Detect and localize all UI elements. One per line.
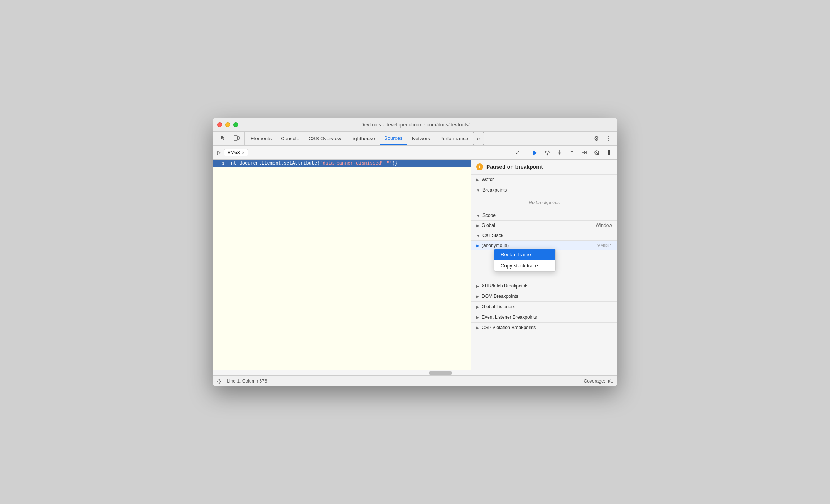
file-tab-name: VM63	[228, 150, 240, 155]
copy-stack-trace-menu-item[interactable]: Copy stack trace	[494, 260, 555, 271]
file-tab[interactable]: VM63 ×	[224, 149, 248, 156]
xhr-section-header[interactable]: ▶ XHR/fetch Breakpoints	[471, 281, 617, 291]
scope-section-header[interactable]: ▼ Scope	[471, 210, 617, 221]
minimize-button[interactable]	[225, 122, 230, 127]
global-value: Window	[596, 223, 612, 228]
dom-arrow: ▶	[476, 294, 479, 299]
file-tab-close[interactable]: ×	[242, 150, 244, 155]
breakpoints-content: No breakpoints	[471, 195, 617, 210]
more-options-icon[interactable]: ⋮	[604, 133, 613, 144]
more-tabs-button[interactable]: »	[473, 132, 484, 145]
xhr-arrow: ▶	[476, 284, 479, 288]
deactivate-breakpoints-button[interactable]	[591, 147, 602, 158]
toolbar-left: ▷ VM63 ×	[216, 148, 363, 157]
horizontal-scrollbar[interactable]	[429, 371, 452, 375]
tab-performance[interactable]: Performance	[435, 132, 472, 145]
pause-text: Paused on breakpoint	[486, 164, 543, 170]
statusbar: {} Line 1, Column 676 Coverage: n/a	[213, 375, 617, 386]
global-arrow: ▶	[476, 223, 479, 228]
settings-icon[interactable]: ⚙	[592, 133, 601, 144]
device-icon[interactable]	[232, 133, 241, 144]
event-listener-arrow: ▶	[476, 315, 479, 319]
tab-css-overview[interactable]: CSS Overview	[304, 132, 346, 145]
call-stack-arrow: ▼	[476, 234, 480, 238]
step-out-button[interactable]	[567, 147, 577, 158]
step-into-button[interactable]	[554, 147, 565, 158]
titlebar: DevTools - developer.chrome.com/docs/dev…	[213, 118, 617, 132]
expand-button[interactable]: ⤢	[512, 147, 523, 158]
csp-section-header[interactable]: ▶ CSP Violation Breakpoints	[471, 323, 617, 333]
call-stack-item-loc: VM63:1	[597, 243, 612, 248]
step-button[interactable]	[579, 147, 590, 158]
tabbar-right: ⚙ ⋮	[592, 132, 614, 145]
watch-label: Watch	[482, 177, 495, 182]
format-braces[interactable]: {}	[217, 378, 221, 384]
pause-icon: i	[476, 163, 483, 170]
global-row[interactable]: ▶ Global Window	[471, 221, 617, 230]
svg-point-3	[547, 154, 548, 155]
tab-sources[interactable]: Sources	[380, 132, 407, 145]
coverage-status: Coverage: n/a	[584, 378, 613, 384]
window-title: DevTools - developer.chrome.com/docs/dev…	[360, 122, 469, 128]
call-stack-label: Call Stack	[482, 233, 503, 238]
pause-banner: i Paused on breakpoint	[471, 160, 617, 175]
line-number-1: 1	[213, 160, 228, 167]
breakpoints-label: Breakpoints	[482, 187, 507, 193]
watch-section-header[interactable]: ▶ Watch	[471, 175, 617, 185]
tabbar-icons	[216, 132, 245, 145]
breakpoints-arrow: ▼	[476, 188, 480, 192]
call-stack-item-container: ▶ (anonymous) VM63:1 Restart frame Copy …	[471, 241, 617, 250]
event-listener-label: Event Listener Breakpoints	[482, 314, 537, 320]
call-stack-section-header[interactable]: ▼ Call Stack	[471, 230, 617, 241]
event-listener-section-header[interactable]: ▶ Event Listener Breakpoints	[471, 312, 617, 323]
code-area: 1 nt.documentElement.setAttribute("data-…	[213, 160, 471, 370]
scope-arrow: ▼	[476, 213, 480, 218]
tabbar: Elements Console CSS Overview Lighthouse…	[213, 132, 617, 146]
right-panel: i Paused on breakpoint ▶ Watch ▼ Breakpo…	[471, 160, 617, 375]
global-listeners-label: Global Listeners	[482, 304, 515, 309]
scope-label: Scope	[482, 213, 496, 218]
breakpoints-section-header[interactable]: ▼ Breakpoints	[471, 185, 617, 195]
toggle-navigator-button[interactable]: ▷	[216, 148, 223, 157]
csp-label: CSP Violation Breakpoints	[482, 325, 536, 330]
left-panel: 1 nt.documentElement.setAttribute("data-…	[213, 160, 471, 375]
call-stack-item-name: (anonymous)	[482, 243, 597, 248]
pause-on-exceptions-button[interactable]: ⏸	[604, 147, 614, 158]
xhr-label: XHR/fetch Breakpoints	[482, 283, 528, 289]
global-listeners-section-header[interactable]: ▶ Global Listeners	[471, 302, 617, 312]
step-over-button[interactable]	[542, 147, 553, 158]
global-listeners-arrow: ▶	[476, 305, 479, 309]
dom-label: DOM Breakpoints	[482, 294, 518, 299]
watch-arrow: ▶	[476, 178, 479, 182]
cursor-icon[interactable]	[219, 133, 228, 144]
svg-rect-1	[238, 137, 239, 139]
maximize-button[interactable]	[233, 122, 238, 127]
resume-button[interactable]: ▶	[530, 147, 540, 158]
cursor-position: Line 1, Column 676	[227, 378, 267, 384]
traffic-lights	[217, 122, 238, 127]
context-menu: Restart frame Copy stack trace	[494, 249, 556, 272]
code-content-1: nt.documentElement.setAttribute("data-ba…	[228, 160, 401, 167]
svg-rect-0	[234, 136, 237, 140]
tab-console[interactable]: Console	[276, 132, 304, 145]
tab-elements[interactable]: Elements	[246, 132, 276, 145]
main-area: 1 nt.documentElement.setAttribute("data-…	[213, 160, 617, 375]
csp-arrow: ▶	[476, 326, 479, 330]
code-line-1: 1 nt.documentElement.setAttribute("data-…	[213, 160, 471, 167]
close-button[interactable]	[217, 122, 222, 127]
dom-section-header[interactable]: ▶ DOM Breakpoints	[471, 291, 617, 302]
devtools-window: DevTools - developer.chrome.com/docs/dev…	[213, 118, 617, 386]
global-label: Global	[482, 223, 596, 228]
restart-frame-menu-item[interactable]: Restart frame	[494, 249, 555, 260]
tab-network[interactable]: Network	[407, 132, 435, 145]
tab-lighthouse[interactable]: Lighthouse	[346, 132, 380, 145]
no-breakpoints-text: No breakpoints	[476, 197, 612, 208]
call-stack-active-arrow: ▶	[476, 244, 479, 248]
file-toolbar: ▷ VM63 × ⤢ ▶	[213, 146, 617, 160]
scrollbar-area	[213, 370, 471, 375]
